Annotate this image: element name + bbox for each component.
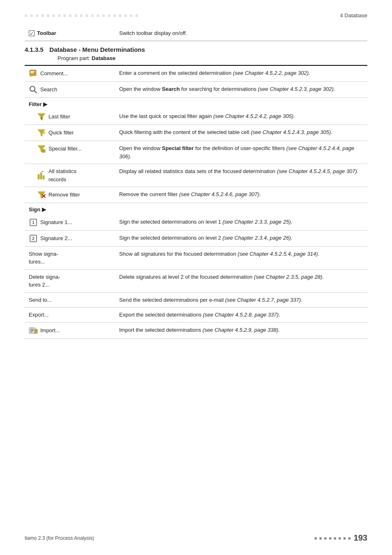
svg-rect-11: [42, 149, 45, 153]
delete-signatures-label: Delete signa-tures 2...: [29, 273, 111, 289]
remove-filter-row: Remove filter Remove the current filter …: [25, 187, 367, 203]
remove-filter-label-cell: Remove filter: [25, 187, 115, 203]
top-bar: = = = = = = = = = = = = = = = = = = = = …: [25, 12, 367, 18]
send-to-row: Send to... Send the selected determinati…: [25, 292, 367, 308]
import-label: Import...: [29, 326, 111, 335]
all-statistics-desc: Display all related statistics data sets…: [115, 164, 367, 187]
svg-rect-14: [38, 174, 39, 179]
last-filter-label-cell: ↺ Last filter: [25, 109, 115, 125]
delete-signatures-row: Delete signa-tures 2... Delete signature…: [25, 269, 367, 292]
section-header-row: 4.1.3.5 Database - Menu Determinations P…: [25, 41, 367, 65]
search-text: Search: [40, 86, 57, 94]
search-desc: Open the window Search for searching for…: [115, 81, 367, 97]
special-filter-row: Special filter... Open the window Specia…: [25, 141, 367, 164]
top-chapter: 4 Database: [340, 12, 368, 18]
main-table: Toolbar Switch toolbar display on/off. 4…: [25, 26, 367, 339]
toolbar-label-cell: Toolbar: [25, 26, 115, 41]
toolbar-desc: Switch toolbar display on/off.: [115, 26, 367, 41]
svg-rect-28: [30, 331, 32, 332]
signature2-label-cell: 2 Signature 2...: [25, 230, 115, 246]
svg-rect-27: [30, 330, 34, 331]
page-footer: tiamo 2.3 (for Process Analysis) ■ ■ ■ ■…: [25, 533, 367, 543]
delete-signatures-desc: Delete signatures at level 2 of the focu…: [115, 269, 367, 292]
filter-header-text: Filter ▶: [29, 101, 47, 107]
all-statistics-icon: [37, 171, 46, 180]
delete-signatures-label-cell: Delete signa-tures 2...: [25, 269, 115, 292]
program-part-value: Database: [92, 55, 115, 61]
footer-right: ■ ■ ■ ■ ■ ■ ■ ■ 193: [314, 533, 367, 543]
export-label: Export...: [29, 311, 111, 319]
show-signatures-desc: Show all signatures for the focused dete…: [115, 246, 367, 269]
send-to-label-cell: Send to...: [25, 292, 115, 308]
export-row: Export... Export the selected determinat…: [25, 308, 367, 323]
svg-rect-26: [30, 329, 34, 330]
svg-rect-15: [40, 173, 42, 179]
signature1-label-cell: 1 Signature 1...: [25, 215, 115, 231]
last-filter-row: ↺ Last filter Use the last quick or spec…: [25, 109, 367, 125]
svg-text:1: 1: [32, 220, 35, 225]
comment-label-cell: Comment...: [25, 65, 115, 82]
comment-icon: [29, 69, 38, 78]
checkbox-icon: [29, 30, 35, 36]
remove-filter-icon: [37, 190, 46, 199]
last-filter-icon: ↺: [37, 112, 46, 121]
signature2-text: Signature 2...: [40, 234, 72, 243]
svg-marker-17: [42, 171, 44, 172]
remove-filter-text: Remove filter: [48, 191, 80, 199]
toolbar-label: Toolbar: [29, 29, 111, 37]
export-label-cell: Export...: [25, 308, 115, 323]
filter-header-row: Filter ▶: [25, 97, 367, 109]
all-statistics-text: All statistics records: [48, 167, 76, 183]
signature1-row: 1 Signature 1... Sign the selected deter…: [25, 215, 367, 231]
filter-header-label: Filter ▶: [25, 97, 115, 109]
section-title: Database - Menu Determinations: [49, 46, 145, 53]
search-label: Search: [29, 85, 111, 94]
remove-filter-desc: Remove the current filter (see Chapter 4…: [115, 187, 367, 203]
program-part-label: Program part:: [58, 55, 90, 61]
comment-row: Comment... Enter a comment on the select…: [25, 65, 367, 82]
all-statistics-label-cell: All statistics records: [25, 164, 115, 187]
import-label-cell: Import...: [25, 322, 115, 338]
special-filter-label: Special filter...: [37, 144, 111, 153]
signature2-label: 2 Signature 2...: [29, 234, 111, 243]
svg-rect-1: [30, 71, 35, 72]
sign-header-text: Sign ▶: [29, 206, 46, 213]
comment-desc: Enter a comment on the selected determin…: [115, 65, 367, 82]
import-text: Import...: [40, 326, 60, 335]
section-number: 4.1.3.5: [25, 46, 44, 53]
export-desc: Export the selected determinations (see …: [115, 308, 367, 323]
svg-line-5: [35, 91, 37, 93]
sign-header-label: Sign ▶: [25, 203, 115, 215]
import-desc: Import the selected determinations (see …: [115, 322, 367, 338]
comment-label: Comment...: [29, 69, 111, 78]
toolbar-text: Toolbar: [37, 29, 56, 37]
quick-filter-label-cell: Quick filter: [25, 125, 115, 141]
svg-marker-30: [36, 328, 37, 330]
signature2-row: 2 Signature 2... Sign the selected deter…: [25, 230, 367, 246]
import-icon: [29, 326, 38, 335]
all-statistics-label: All statistics records: [37, 167, 111, 183]
svg-rect-16: [43, 176, 44, 179]
comment-text: Comment...: [40, 69, 68, 78]
send-to-desc: Send the selected determinations per e-m…: [115, 292, 367, 308]
all-statistics-row: All statistics records Display all relat…: [25, 164, 367, 187]
quick-filter-desc: Quick filtering with the content of the …: [115, 125, 367, 141]
signature1-icon: 1: [29, 218, 38, 227]
show-signatures-label: Show signa-tures...: [29, 250, 111, 266]
last-filter-text: Last filter: [48, 113, 70, 121]
signature2-icon: 2: [29, 234, 38, 243]
svg-marker-3: [30, 76, 32, 77]
sign-header-desc: [115, 203, 367, 215]
delete-signatures-text: Delete signa-tures 2...: [29, 273, 60, 289]
send-to-text: Send to...: [29, 296, 52, 304]
last-filter-label: ↺ Last filter: [37, 112, 111, 121]
show-signatures-label-cell: Show signa-tures...: [25, 246, 115, 269]
quick-filter-text: Quick filter: [48, 129, 74, 137]
signature1-label: 1 Signature 1...: [29, 218, 111, 227]
search-icon: [29, 85, 38, 94]
filter-header-desc: [115, 97, 367, 109]
search-row: Search Open the window Search for search…: [25, 81, 367, 97]
page: = = = = = = = = = = = = = = = = = = = = …: [0, 0, 392, 555]
special-filter-desc: Open the window Special filter for the d…: [115, 141, 367, 164]
signature1-desc: Sign the selected determinations on leve…: [115, 215, 367, 231]
